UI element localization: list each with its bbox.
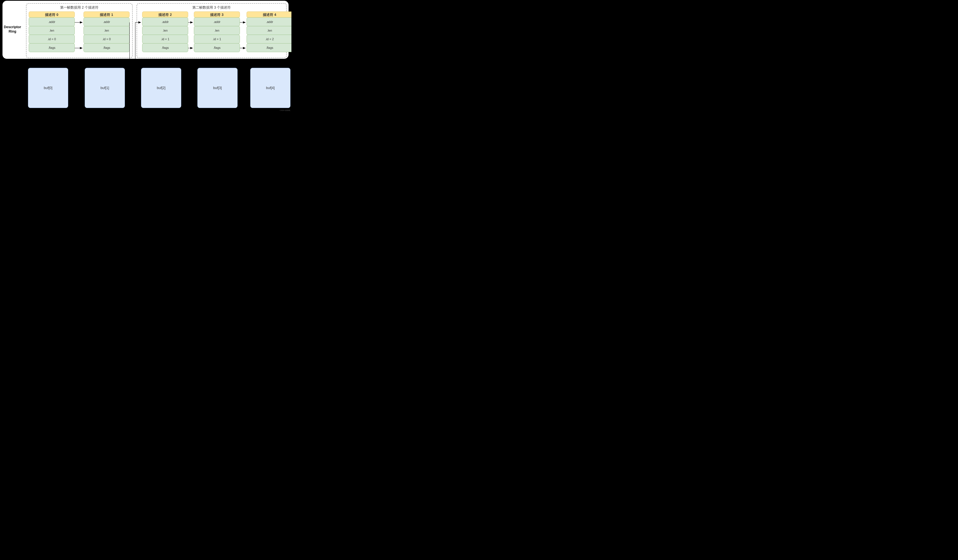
descriptor-2-addr: .addr [142, 17, 188, 26]
descriptor-0-len: .len [29, 26, 75, 35]
buf-3: buf[3] [197, 68, 238, 108]
descriptor-4-addr: .addr [247, 17, 292, 26]
descriptor-1-flags: .flags [84, 43, 130, 52]
descriptor-0-id: .id = 0 [29, 35, 75, 43]
frame1-label: 第一帧数据用 2 个描述符 [27, 5, 132, 10]
ring-title: Descriptor Ring [0, 25, 25, 34]
descriptor-4-flags: .flags [247, 43, 292, 52]
descriptor-4: 描述符 4 .addr .len .id = 2 .flags [247, 11, 292, 52]
descriptor-3-addr: .addr [194, 17, 240, 26]
descriptor-2-len: .len [142, 26, 188, 35]
watermark: CSDN @柏晓 [280, 109, 290, 112]
descriptor-1: 描述符 1 .addr .len .id = 0 .flags [84, 11, 130, 52]
descriptor-0-title: 描述符 0 [29, 11, 75, 17]
ring-title-line1: Descriptor [0, 25, 25, 29]
descriptor-2-flags: .flags [142, 43, 188, 52]
buf-1: buf[1] [85, 68, 125, 108]
descriptor-1-addr: .addr [84, 17, 130, 26]
descriptor-1-id: .id = 0 [84, 35, 130, 43]
descriptor-0-addr: .addr [29, 17, 75, 26]
descriptor-0: 描述符 0 .addr .len .id = 0 .flags [29, 11, 75, 52]
buf-2: buf[2] [141, 68, 181, 108]
descriptor-2: 描述符 2 .addr .len .id = 1 .flags [142, 11, 188, 52]
descriptor-1-title: 描述符 1 [84, 11, 130, 17]
descriptor-4-id: .id = 2 [247, 35, 292, 43]
descriptor-3-flags: .flags [194, 43, 240, 52]
descriptor-3-len: .len [194, 26, 240, 35]
frame2-label: 第二帧数据用 3 个描述符 [137, 5, 286, 10]
descriptor-3: 描述符 3 .addr .len .id = 1 .flags [194, 11, 240, 52]
descriptor-3-id: .id = 1 [194, 35, 240, 43]
descriptor-2-title: 描述符 2 [142, 11, 188, 17]
descriptor-1-len: .len [84, 26, 130, 35]
descriptor-4-title: 描述符 4 [247, 11, 292, 17]
descriptor-3-title: 描述符 3 [194, 11, 240, 17]
ring-title-line2: Ring [0, 29, 25, 34]
descriptor-2-id: .id = 1 [142, 35, 188, 43]
buf-0: buf[0] [28, 68, 68, 108]
buf-4: buf[4] [250, 68, 290, 108]
descriptor-0-flags: .flags [29, 43, 75, 52]
descriptor-4-len: .len [247, 26, 292, 35]
